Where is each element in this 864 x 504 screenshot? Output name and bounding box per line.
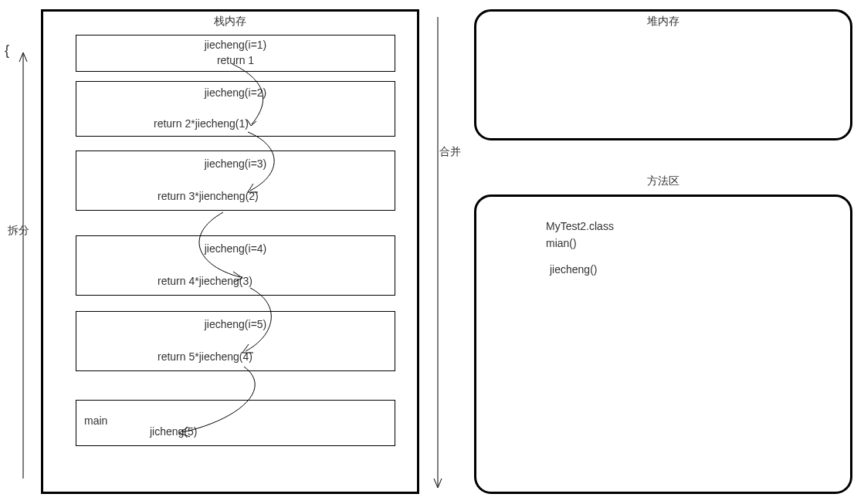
- main-call: jicheng(5): [150, 425, 197, 438]
- method-line-jiecheng: jiecheng(): [550, 263, 597, 276]
- stack-frame-2: jiecheng(i=2) return 2*jiecheng(1): [76, 81, 395, 137]
- frame-call: jiecheng(i=3): [76, 157, 395, 170]
- left-brace: {: [5, 42, 9, 59]
- frame-call: jiecheng(i=4): [76, 242, 395, 255]
- stack-memory-box: 栈内存 jiecheng(i=1) return 1 jiecheng(i=2)…: [41, 9, 419, 494]
- stack-frame-main: main jicheng(5): [76, 400, 395, 446]
- method-line-main: mian(): [546, 237, 577, 249]
- heap-memory-box: 堆内存: [474, 9, 852, 140]
- frame-return: return 5*jiecheng(4): [158, 350, 252, 363]
- split-label: 拆分: [8, 224, 29, 238]
- frame-call: jiecheng(i=2): [76, 86, 395, 99]
- stack-frame-4: jiecheng(i=4) return 4*jiecheng(3): [76, 235, 395, 296]
- stack-frame-1: jiecheng(i=1) return 1: [76, 35, 395, 72]
- frame-return: return 3*jiencheng(2): [158, 190, 259, 202]
- method-line-class: MyTest2.class: [546, 220, 614, 232]
- merge-arrow: [429, 0, 452, 504]
- frame-call: jiecheng(i=5): [76, 318, 395, 330]
- stack-title: 栈内存: [43, 15, 417, 29]
- stack-frame-3: jiecheng(i=3) return 3*jiencheng(2): [76, 151, 395, 211]
- split-arrow: [0, 0, 39, 504]
- stack-frame-5: jiecheng(i=5) return 5*jiecheng(4): [76, 311, 395, 371]
- heap-title: 堆内存: [476, 15, 850, 29]
- merge-label: 合并: [439, 145, 461, 159]
- method-area-title: 方法区: [474, 174, 852, 188]
- frame-return: return 1: [76, 54, 395, 66]
- main-label: main: [84, 414, 107, 427]
- method-area-box: MyTest2.class mian() jiecheng(): [474, 194, 852, 494]
- frame-return: return 4*jiecheng(3): [158, 275, 252, 287]
- frame-call: jiecheng(i=1): [76, 39, 395, 51]
- frame-return: return 2*jiecheng(1): [154, 117, 249, 130]
